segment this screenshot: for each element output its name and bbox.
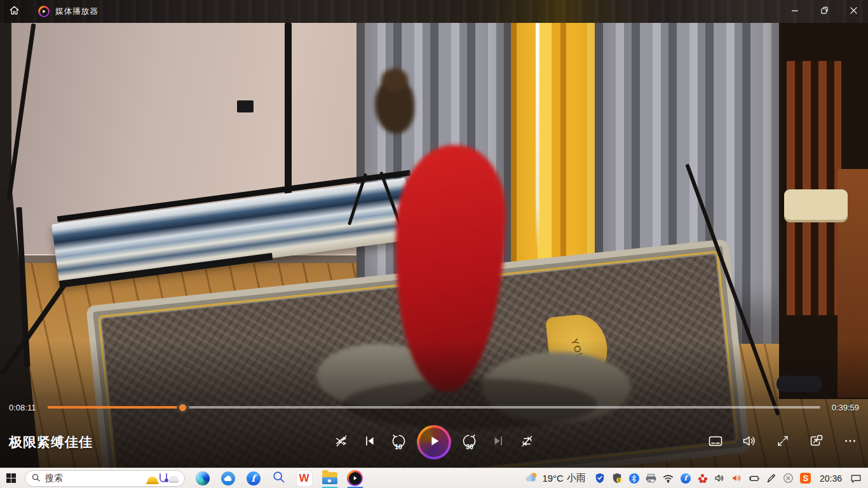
window-title: 媒体播放器: [55, 6, 98, 17]
search-highlight-emojis: [147, 473, 179, 483]
play-button[interactable]: [417, 425, 451, 459]
window-controls: [780, 0, 868, 23]
next-icon: [491, 434, 505, 451]
taskbar-apps: f W: [194, 470, 363, 487]
titlebar: 媒体播放器: [0, 0, 868, 23]
taskbar-app-wps[interactable]: W: [295, 470, 313, 487]
windows-logo-icon: [6, 473, 16, 483]
close-button[interactable]: [839, 0, 868, 23]
taskbar-app-file-explorer[interactable]: [321, 470, 338, 487]
battery-icon[interactable]: [749, 473, 760, 484]
transport-controls: 10 30: [331, 425, 537, 459]
volume-orange-icon[interactable]: [731, 473, 743, 484]
media-player-app-icon: [38, 6, 50, 17]
previous-icon: [363, 434, 377, 451]
edge-icon: [196, 471, 210, 485]
weather-temperature: 19°C: [542, 473, 564, 484]
taskbar-app-cloud-browser[interactable]: [219, 470, 236, 487]
file-explorer-icon: [322, 472, 337, 484]
mini-player-button[interactable]: [806, 432, 827, 452]
taskbar-app-media-player[interactable]: [346, 470, 363, 487]
video-viewport[interactable]: YOU 0:08:11 0:39:59: [0, 23, 868, 468]
taskbar: 搜索 f W: [0, 468, 868, 488]
taskbar-app-search[interactable]: [270, 470, 287, 487]
skip-forward-30-button[interactable]: 30: [459, 432, 480, 452]
mini-player-icon: [809, 433, 824, 451]
home-glyph: [327, 479, 332, 482]
chef-hat-icon: [169, 476, 179, 483]
pen-input-icon[interactable]: [766, 473, 777, 484]
media-player-window: 媒体播放器: [0, 0, 868, 468]
play-icon: [427, 434, 441, 451]
flash-tray-icon[interactable]: f: [680, 473, 691, 484]
defender-alert-icon[interactable]: [611, 473, 623, 484]
seek-thumb[interactable]: [177, 401, 189, 414]
stethoscope-icon: [159, 473, 167, 482]
fullscreen-button[interactable]: [773, 432, 793, 452]
repeat-off-icon: [520, 434, 534, 451]
skip-back-10-button[interactable]: 10: [388, 432, 409, 452]
weather-rain-icon: [526, 471, 539, 485]
more-options-icon: [843, 434, 857, 451]
bluetooth-icon[interactable]: [628, 473, 640, 484]
weather-condition: 小雨: [567, 472, 586, 484]
minimize-button[interactable]: [780, 0, 810, 23]
subtitles-icon: [708, 433, 723, 451]
shuffle-off-icon: [334, 434, 349, 451]
more-options-button[interactable]: [840, 432, 860, 452]
printer-icon[interactable]: [646, 473, 657, 484]
media-player-taskbar-icon: [347, 470, 363, 486]
skip-forward-30-label: 30: [466, 443, 473, 451]
safely-remove-icon[interactable]: [783, 473, 794, 484]
start-button[interactable]: [0, 468, 22, 488]
wps-icon: W: [297, 471, 312, 486]
skip-back-10-label: 10: [395, 443, 402, 451]
wooden-chair: [787, 61, 841, 315]
restore-button[interactable]: [810, 0, 839, 23]
elapsed-time: 0:08:11: [9, 403, 42, 412]
figure-hair-bun: [381, 69, 408, 92]
corner-pole: [285, 23, 292, 210]
taskbar-clock[interactable]: 20:36: [817, 473, 844, 484]
home-icon: [8, 4, 20, 19]
search-placeholder: 搜索: [45, 473, 63, 484]
volume-outline-icon[interactable]: [714, 473, 726, 484]
close-icon: [850, 6, 858, 17]
media-title: 极限紧缚佳佳: [9, 433, 93, 451]
flash-icon: f: [247, 471, 261, 485]
taskbar-search[interactable]: 搜索: [25, 470, 185, 487]
fullscreen-icon: [776, 434, 790, 451]
seek-progress: [48, 406, 183, 409]
seek-track[interactable]: [48, 406, 820, 409]
total-duration: 0:39:59: [826, 403, 859, 412]
wifi-icon[interactable]: [663, 473, 674, 484]
weather-widget[interactable]: 19°C 小雨: [526, 471, 586, 485]
restore-icon: [820, 6, 829, 17]
playback-controls: 极限紧缚佳佳 10 30: [0, 423, 868, 461]
subtitles-button[interactable]: [705, 432, 726, 452]
notification-center-icon[interactable]: [850, 473, 862, 484]
search-app-icon: [272, 470, 285, 486]
previous-button[interactable]: [360, 432, 380, 452]
next-button[interactable]: [488, 432, 508, 452]
red-app-icon[interactable]: [697, 473, 709, 484]
volume-icon: [742, 433, 757, 451]
cloud-browser-icon: [221, 471, 235, 485]
curtain-gap-light: [536, 23, 539, 252]
minimize-icon: [791, 6, 799, 17]
wall-switch: [237, 100, 254, 112]
taskbar-app-flash[interactable]: f: [245, 470, 262, 487]
system-tray: 19°C 小雨 f: [526, 471, 868, 485]
secondary-controls: [705, 432, 860, 452]
repeat-off-button[interactable]: [517, 432, 537, 452]
hard-hat-icon: [147, 477, 158, 483]
seek-bar-row: 0:08:11 0:39:59: [0, 400, 868, 414]
security-shield-icon[interactable]: [594, 473, 606, 484]
home-button[interactable]: [0, 0, 28, 23]
shuffle-off-button[interactable]: [331, 432, 351, 452]
taskbar-app-edge[interactable]: [194, 470, 211, 487]
chair-cushion: [784, 189, 848, 220]
search-icon: [31, 473, 41, 484]
volume-button[interactable]: [739, 432, 759, 452]
sogou-input-icon[interactable]: S: [800, 473, 811, 484]
